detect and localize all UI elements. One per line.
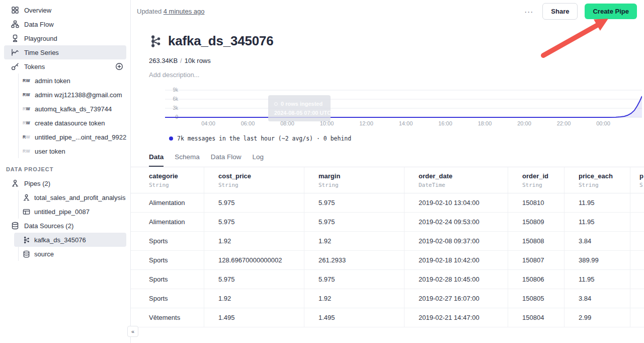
table-cell [630,251,644,270]
table-cell [630,308,644,327]
svg-text:16:00: 16:00 [438,120,452,126]
token-item-user-token[interactable]: RWuser token [19,144,130,158]
page-title: kafka_ds_345076 [168,33,274,49]
token-list: RWadmin tokenRWadmin wzj121388@gmail.com… [18,74,130,158]
add-token-button[interactable] [114,61,124,72]
table-cell: 1.92 [204,289,304,308]
sidebar-item-source[interactable]: source [19,247,130,261]
table-cell: 5.975 [204,193,304,213]
datasource-size: 263.34KB [149,57,178,64]
table-cell: 1.92 [304,232,405,251]
tab-schema[interactable]: Schema [175,153,200,167]
table-cell: 1.495 [204,308,304,327]
token-item-automq-kafka-ds-739744[interactable]: RWautomq_kafka_ds_739744 [19,102,130,116]
database-icon [23,250,30,258]
table-cell: 389.99 [565,251,630,270]
more-options-button[interactable]: ··· [522,7,535,16]
legend-text: 7k messages in the last hour (~2 avg/s) … [177,135,351,142]
table-cell: Vêtements [131,308,204,327]
table-cell: 1.92 [204,232,304,251]
main-panel: Updated 4 minutes ago ··· Share Create P… [131,0,644,343]
updated-time-link[interactable]: 4 minutes ago [164,8,205,15]
table-cell: Sports [131,270,204,289]
token-item-create-datasource-token[interactable]: RWcreate datasource token [19,116,130,130]
table-cell [630,232,644,251]
sidebar-group-pipes-2[interactable]: Pipes (2) [4,176,126,190]
table-cell: 11.95 [565,270,630,289]
token-scope-badge: RW [23,106,31,111]
sidebar-item-playground[interactable]: Playground [4,31,126,45]
add-description-field[interactable]: Add description... [149,71,644,79]
table-cell: 128.69670000000002 [204,251,304,270]
token-scope-badge: RW [23,120,31,125]
flow-icon [11,20,19,28]
table-cell: 150810 [508,193,565,213]
table-cell: 2019-02-28 10:45:00 [405,270,508,289]
table-cell: 11.95 [565,193,630,213]
table-cell: 2019-02-10 13:04:00 [405,193,508,213]
table-cell: 1.92 [304,289,405,308]
playground-icon [11,34,19,42]
svg-text:18:00: 18:00 [478,120,492,126]
svg-text:04:00: 04:00 [201,120,215,126]
pipe-icon [11,179,19,187]
token-item-admin-wzj121388-gmail-com[interactable]: RWadmin wzj121388@gmail.com [19,88,130,102]
datasource-title-row: kafka_ds_345076 [149,33,644,49]
column-header-price-each: price_eachString [565,167,630,193]
add-resource-button[interactable] [122,168,124,170]
sidebar: OverviewData FlowPlaygroundTime SeriesTo… [0,0,131,343]
table-cell: 5.975 [304,213,405,232]
table-cell [630,213,644,232]
share-button[interactable]: Share [542,3,578,20]
ingestion-chart: 03k6k9k04:0006:0008:0010:0012:0014:0016:… [165,86,642,128]
table-cell: 150807 [508,251,565,270]
data-project-label: DATA PROJECT [6,166,53,172]
token-scope-badge: RW [23,134,31,140]
token-item-admin-token[interactable]: RWadmin token [19,74,130,88]
sidebar-item-data-flow[interactable]: Data Flow [4,17,126,31]
sidebar-item-total-sales-and-profit-analysis[interactable]: total_sales_and_profit_analysis [19,190,130,204]
collapse-sidebar-button[interactable]: « [127,326,138,337]
svg-text:6k: 6k [173,96,179,102]
table-cell: Sports [131,232,204,251]
svg-text:00:00: 00:00 [596,120,610,126]
table-cell [630,193,644,213]
token-item-untitled-pipe-oint-read-9922[interactable]: RWuntitled_pipe_...oint_read_9922 [19,130,130,144]
column-header-margin: marginString [304,167,405,193]
table-cell: Alimentation [131,193,204,213]
sidebar-item-kafka-ds-345076[interactable]: kafka_ds_345076 [14,233,126,247]
token-scope-badge: RW [23,78,31,83]
tab-data[interactable]: Data [149,153,164,167]
table-cell: 150809 [508,213,565,232]
table-cell: 2019-02-21 14:47:00 [405,308,508,327]
table-cell: 2019-02-18 10:42:00 [405,251,508,270]
sidebar-item-overview[interactable]: Overview [4,3,126,17]
ingestion-chart-svg: 03k6k9k04:0006:0008:0010:0012:0014:0016:… [165,86,642,128]
tab-data-flow[interactable]: Data Flow [211,153,242,167]
svg-text:20:00: 20:00 [517,120,531,126]
sidebar-group-data-sources-2[interactable]: Data Sources (2) [4,219,126,233]
pipe-icon [23,194,30,201]
database-icon [11,222,19,230]
table-cell: 2019-02-27 16:07:00 [405,289,508,308]
table-cell: 261.2933 [304,251,405,270]
datasource-rowcount: 10k rows [185,57,211,64]
table-cell: 5.975 [204,270,304,289]
table-cell: 150806 [508,270,565,289]
table-cell: 150808 [508,232,565,251]
sidebar-item-tokens[interactable]: Tokens [4,59,126,74]
table-cell: 3.84 [565,232,630,251]
table-cell [630,270,644,289]
tooltip-timestamp: 2024-08-05 07:00 UTC [274,108,331,117]
table-cell: 5.975 [304,193,405,213]
tab-bar: DataSchemaData FlowLog [149,153,644,167]
table-cell: 5.975 [204,213,304,232]
column-header-order-date: order_dateDateTime [405,167,508,193]
svg-text:22:00: 22:00 [557,120,571,126]
create-pipe-button[interactable]: Create Pipe [585,4,637,19]
sidebar-item-time-series[interactable]: Time Series [4,45,126,59]
sheet-icon [23,208,30,216]
tab-log[interactable]: Log [253,153,264,167]
sidebar-item-untitled-pipe-0087[interactable]: untitled_pipe_0087 [19,204,130,219]
key-icon [11,62,19,71]
